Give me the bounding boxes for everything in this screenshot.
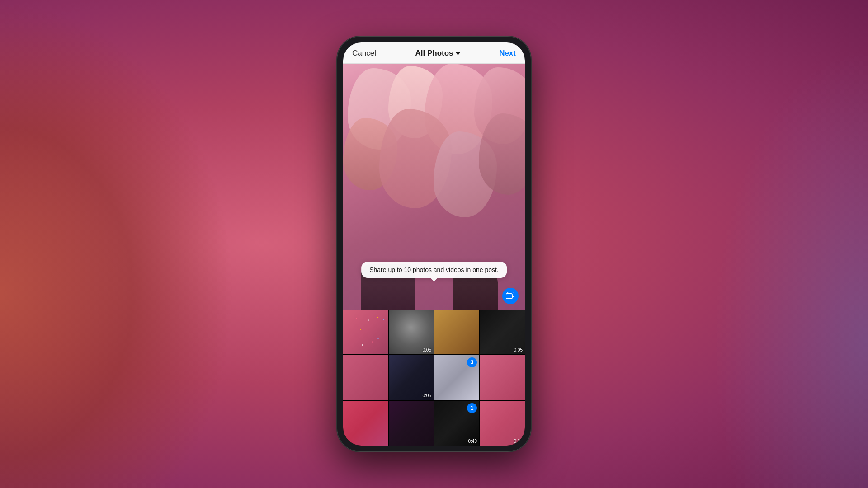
- phone-device: Cancel All Photos Next: [337, 36, 531, 452]
- grid-cell-cell-12[interactable]: 0:05: [480, 401, 525, 446]
- video-duration-label: 0:05: [423, 347, 431, 352]
- video-duration-label: 0:05: [423, 393, 431, 398]
- video-duration-label: 0:05: [514, 439, 523, 444]
- grid-cell-cell-11[interactable]: 0:491: [434, 401, 479, 446]
- selection-badge: 1: [467, 403, 477, 413]
- grid-cell-cell-10[interactable]: [389, 401, 434, 446]
- hand-right-overlay: [687, 0, 868, 488]
- tooltip-bubble: Share up to 10 photos and videos in one …: [361, 262, 507, 278]
- grid-cell-cell-4[interactable]: 0:05: [480, 310, 525, 354]
- grid-cell-cell-7[interactable]: 3: [434, 355, 479, 400]
- chevron-down-icon: [456, 52, 460, 55]
- cancel-button[interactable]: Cancel: [352, 49, 376, 58]
- phone-wrapper: Cancel All Photos Next: [337, 36, 531, 452]
- phone-screen: Cancel All Photos Next: [343, 42, 525, 446]
- grid-cell-cell-3[interactable]: [434, 310, 479, 354]
- svg-rect-1: [506, 294, 512, 299]
- tooltip-text: Share up to 10 photos and videos in one …: [369, 266, 499, 273]
- clothing-blob: [453, 273, 498, 310]
- grid-cell-cell-6[interactable]: 0:05: [389, 355, 434, 400]
- top-bar: Cancel All Photos Next: [343, 42, 525, 64]
- grid-cell-cell-9[interactable]: [343, 401, 388, 446]
- video-duration-label: 0:05: [514, 347, 523, 352]
- next-button[interactable]: Next: [499, 49, 516, 58]
- main-photo-preview: Share up to 10 photos and videos in one …: [343, 64, 525, 310]
- album-label: All Photos: [415, 49, 453, 58]
- hand-left-overlay: [0, 0, 235, 488]
- multi-select-icon: [506, 292, 515, 300]
- video-duration-label: 0:49: [468, 439, 477, 444]
- multi-select-button[interactable]: [502, 288, 519, 304]
- grid-cell-cell-2[interactable]: 0:05: [389, 310, 434, 354]
- selection-badge: 3: [467, 357, 477, 367]
- grid-cell-cell-1[interactable]: [343, 310, 388, 354]
- grid-cell-cell-8[interactable]: [480, 355, 525, 400]
- grid-cell-cell-5[interactable]: [343, 355, 388, 400]
- photo-grid: 0:050:050:0530:4910:05: [343, 310, 525, 446]
- album-selector[interactable]: All Photos: [415, 49, 460, 58]
